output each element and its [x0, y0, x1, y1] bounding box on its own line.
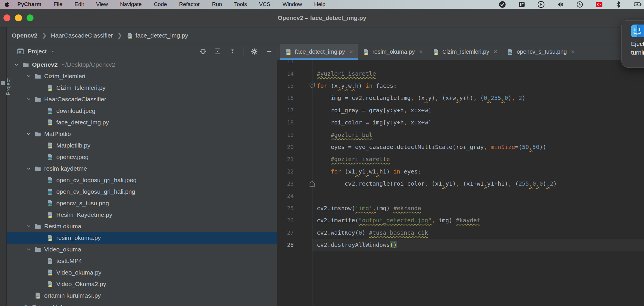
line-number[interactable]: 16	[277, 95, 294, 101]
tree-item-open_cv_logosu_gri_hali.jpeg[interactable]: open_cv_logosu_gri_hali.jpeg	[7, 174, 277, 186]
play-circle-icon[interactable]	[537, 1, 545, 8]
line-number[interactable]: 14	[277, 70, 294, 77]
line-number[interactable]: 13	[277, 60, 294, 64]
tree-item-resim_okuma.py[interactable]: resim_okuma.py	[7, 232, 277, 244]
zoom-window-button[interactable]	[27, 14, 33, 21]
menu-item-file[interactable]: File	[53, 1, 62, 8]
menu-item-help[interactable]: Help	[314, 1, 325, 8]
code-line-22[interactable]: 22 for (x1,y1,w1,h1) in eyes:	[277, 165, 644, 178]
line-number[interactable]: 18	[277, 119, 294, 126]
check-circle-icon[interactable]	[498, 1, 506, 8]
volume-icon[interactable]	[556, 1, 564, 8]
chevron-down-icon[interactable]	[23, 223, 34, 230]
line-number[interactable]: 17	[277, 107, 294, 113]
tree-item-Opencv2[interactable]: Opencv2~/Desktop/Opencv2	[7, 59, 277, 70]
tree-item-Video_okuma[interactable]: Video_okuma	[7, 244, 277, 255]
menu-item-run[interactable]: Run	[212, 1, 222, 8]
line-number[interactable]: 21	[277, 156, 294, 162]
tree-item-face_detect_img.py[interactable]: face_detect_img.py	[7, 117, 277, 128]
bluetooth-icon[interactable]	[615, 1, 622, 8]
code-editor[interactable]: 1314#yuzleri isaretle15for (x,y,w,h) in …	[277, 60, 644, 306]
tab-close-icon[interactable]: ✕	[349, 49, 353, 55]
code-line-23[interactable]: 23 cv2.rectangle(roi_color, (x1,y1), (x1…	[277, 178, 644, 190]
editor-tab-resim_okuma.py[interactable]: resim_okuma.py✕	[358, 44, 428, 60]
menu-item-code[interactable]: Code	[154, 1, 167, 8]
line-number[interactable]: 28	[277, 242, 294, 248]
editor-tab-opencv_s_tusu.png[interactable]: opencv_s_tusu.png✕	[502, 44, 580, 60]
menu-item-edit[interactable]: Edit	[75, 1, 84, 8]
tree-item-opencv_s_tusu.png[interactable]: opencv_s_tusu.png	[7, 197, 277, 209]
line-number[interactable]: 24	[277, 193, 294, 199]
menu-item-vcs[interactable]: VCS	[259, 1, 270, 8]
tree-item-open_cv_logosu_gri_hali.png[interactable]: open_cv_logosu_gri_hali.png	[7, 186, 277, 197]
tree-item-resim kaydetme[interactable]: resim kaydetme	[7, 163, 277, 174]
fold-start-icon[interactable]	[308, 82, 316, 90]
code-line-27[interactable]: 27cv2.waitKey(0) #tusa basinca cik	[277, 226, 644, 238]
expand-all-icon[interactable]	[214, 48, 222, 55]
code-line-15[interactable]: 15for (x,y,w,h) in faces:	[277, 80, 644, 92]
tree-item-download.jpeg[interactable]: download.jpeg	[7, 105, 277, 117]
menu-item-navigate[interactable]: Navigate	[120, 1, 142, 8]
breadcrumb-item[interactable]: face_detect_img.py	[126, 32, 188, 39]
tree-item-Resim_Kaydetme.py[interactable]: Resim_Kaydetme.py	[7, 209, 277, 221]
chevron-down-icon[interactable]	[23, 165, 34, 172]
locate-icon[interactable]	[199, 48, 207, 55]
line-number[interactable]: 23	[277, 180, 294, 187]
settings-icon[interactable]	[250, 48, 258, 55]
tree-item-ortamın kurulması.py[interactable]: ortamın kurulması.py	[7, 290, 277, 301]
tree-item-External Libraries[interactable]: External Libraries	[7, 301, 277, 306]
breadcrumb-item[interactable]: HaarCascadeClassifier	[51, 32, 113, 39]
window-tiles-icon[interactable]	[518, 1, 526, 8]
collapse-all-icon[interactable]	[228, 48, 236, 55]
chevron-down-icon[interactable]	[23, 131, 34, 137]
editor-tab-Cizim_İslemleri.py[interactable]: Cizim_İslemleri.py✕	[428, 44, 502, 60]
macos-notification[interactable]: DIS Eject turnin	[621, 20, 644, 68]
menu-item-window[interactable]: Window	[282, 1, 302, 8]
menu-item-pycharm[interactable]: PyCharm	[17, 1, 41, 8]
code-line-28[interactable]: 28cv2.destroyAllWindows()	[277, 239, 644, 251]
apple-menu-icon[interactable]	[4, 1, 11, 8]
code-line-20[interactable]: 20 eyes = eye_cascade.detectMultiScale(r…	[277, 141, 644, 153]
project-stripe-button[interactable]: Project	[5, 78, 12, 95]
code-line-18[interactable]: 18 roi_color = img[y:y+h, x:x+w]	[277, 116, 644, 128]
code-line-26[interactable]: 26cv2.imwrite("output_detected.jpg", img…	[277, 214, 644, 226]
close-window-button[interactable]	[3, 14, 10, 21]
tree-item-Video_Okuma2.py[interactable]: Video_Okuma2.py	[7, 278, 277, 290]
tree-item-HaarCascadeClassifier[interactable]: HaarCascadeClassifier	[7, 94, 277, 105]
breadcrumb-item[interactable]: Opencv2	[12, 32, 38, 39]
line-number[interactable]: 22	[277, 168, 294, 175]
clock-icon[interactable]	[576, 1, 584, 8]
code-line-19[interactable]: 19 #gozleri bul	[277, 128, 644, 141]
chevron-down-icon[interactable]	[23, 246, 34, 253]
minimize-window-button[interactable]	[15, 14, 22, 21]
code-line-21[interactable]: 21 #gozleri isaretle	[277, 153, 644, 165]
tree-item-MatPlotlib[interactable]: MatPlotlib	[7, 128, 277, 140]
fold-end-icon[interactable]	[308, 180, 316, 188]
menu-item-view[interactable]: View	[96, 1, 108, 8]
chevron-right-icon[interactable]	[11, 304, 22, 306]
code-line-16[interactable]: 16 img = cv2.rectangle(img, (x,y), (x+w,…	[277, 92, 644, 104]
chevron-down-icon[interactable]	[11, 61, 22, 68]
turkish-flag-icon[interactable]	[595, 1, 603, 8]
tab-close-icon[interactable]: ✕	[419, 49, 423, 55]
menu-item-tools[interactable]: Tools	[234, 1, 247, 8]
code-line-17[interactable]: 17 roi_gray = gray[y:y+h, x:x+w]	[277, 104, 644, 116]
tree-item-Resim okuma[interactable]: Resim okuma	[7, 221, 277, 232]
tree-item-Matplotlib.py[interactable]: Matplotlib.py	[7, 140, 277, 151]
code-line-13[interactable]: 13	[277, 60, 644, 67]
line-number[interactable]: 25	[277, 205, 294, 211]
battery-charging-icon[interactable]	[634, 1, 642, 8]
caret-down-icon[interactable]	[49, 48, 57, 55]
code-line-25[interactable]: 25cv2.imshow('img',img) #ekranda	[277, 202, 644, 214]
line-number[interactable]: 27	[277, 230, 294, 236]
code-line-14[interactable]: 14#yuzleri isaretle	[277, 67, 644, 79]
line-number[interactable]: 19	[277, 132, 294, 138]
menu-item-refactor[interactable]: Refactor	[179, 1, 200, 8]
line-number[interactable]: 26	[277, 217, 294, 223]
chevron-down-icon[interactable]	[23, 73, 34, 79]
tree-item-Video_okuma.py[interactable]: Video_okuma.py	[7, 267, 277, 278]
tree-item-opencv.jpeg[interactable]: opencv.jpeg	[7, 151, 277, 163]
tree-item-testt.MP4[interactable]: testt.MP4	[7, 255, 277, 267]
hide-icon[interactable]	[265, 48, 273, 55]
tab-close-icon[interactable]: ✕	[493, 49, 497, 55]
